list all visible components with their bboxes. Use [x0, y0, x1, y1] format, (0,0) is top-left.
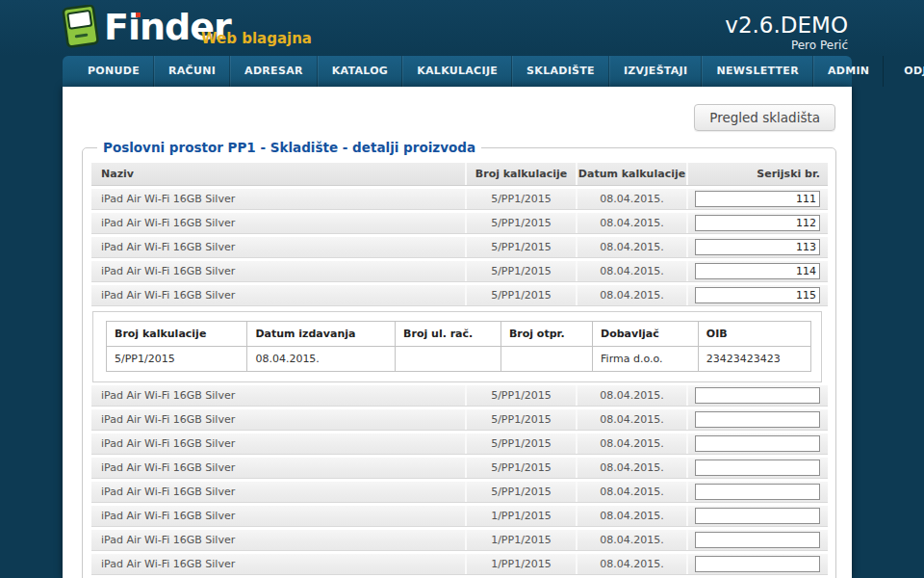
detail-value-cell [500, 347, 592, 372]
calculation-number: 5/PP1/2015 [465, 261, 576, 281]
calculation-number: 1/PP1/2015 [465, 530, 576, 550]
product-name: iPad Air Wi-Fi 16GB Silver [91, 482, 465, 502]
serial-cell [686, 506, 828, 526]
product-row[interactable]: iPad Air Wi-Fi 16GB Silver1/PP1/201508.0… [91, 506, 828, 527]
nav-item-adresar[interactable]: ADRESAR [230, 56, 318, 87]
page-content: Pregled skladišta Poslovni prostor PP1 -… [63, 87, 852, 578]
serial-cell [686, 554, 828, 574]
calculation-date: 08.04.2015. [576, 285, 686, 305]
nav-item-katalog[interactable]: KATALOG [318, 56, 402, 87]
serial-number-input[interactable] [695, 239, 820, 255]
column-header-naziv: Naziv [91, 163, 465, 185]
calculation-date: 08.04.2015. [576, 530, 686, 550]
product-row[interactable]: iPad Air Wi-Fi 16GB Silver1/PP1/201508.0… [91, 530, 828, 551]
nav-item-newsletter[interactable]: NEWSLETTER [702, 56, 813, 87]
warehouse-overview-button[interactable]: Pregled skladišta [694, 104, 835, 131]
logged-in-user: Pero Perić [791, 39, 848, 52]
app-header: Finder Web blagajna v2.6.DEMO Pero Perić [0, 0, 924, 56]
calculation-number: 1/PP1/2015 [465, 554, 576, 574]
serial-number-input[interactable] [695, 484, 820, 500]
calculation-number: 5/PP1/2015 [465, 385, 576, 406]
serial-number-input[interactable] [695, 287, 820, 303]
product-row[interactable]: iPad Air Wi-Fi 16GB Silver5/PP1/201508.0… [91, 237, 828, 258]
calculation-date: 08.04.2015. [576, 458, 686, 478]
serial-cell [686, 385, 828, 406]
serial-number-input[interactable] [695, 460, 820, 476]
main-nav: PONUDERAČUNIADRESARKATALOGKALKULACIJESKL… [63, 56, 852, 87]
detail-header-cell: Dobavljač [593, 322, 699, 347]
finder-logo-icon [62, 5, 102, 51]
calculation-number: 5/PP1/2015 [465, 409, 576, 430]
calculation-number: 5/PP1/2015 [465, 189, 576, 209]
product-name: iPad Air Wi-Fi 16GB Silver [91, 385, 465, 406]
nav-item-odjava[interactable]: ODJAVA [884, 56, 924, 87]
calculation-date: 08.04.2015. [576, 189, 686, 209]
serial-number-input[interactable] [695, 387, 820, 404]
calculation-date: 08.04.2015. [576, 261, 686, 281]
column-header-serijski-br: Serijski br. [686, 163, 828, 185]
calculation-detail-table: Broj kalkulacijeDatum izdavanjaBroj ul. … [106, 321, 811, 372]
calculation-date: 08.04.2015. [576, 409, 686, 430]
calculation-number: 5/PP1/2015 [465, 213, 576, 233]
product-name: iPad Air Wi-Fi 16GB Silver [91, 434, 465, 454]
nav-item-izvjetaji[interactable]: IZVJEŠTAJI [609, 56, 702, 87]
calculation-number: 5/PP1/2015 [465, 237, 576, 257]
detail-value-cell: Firma d.o.o. [593, 347, 699, 372]
serial-number-input[interactable] [695, 435, 820, 452]
product-name: iPad Air Wi-Fi 16GB Silver [91, 285, 465, 305]
detail-value-cell [396, 347, 501, 372]
product-row[interactable]: iPad Air Wi-Fi 16GB Silver5/PP1/201508.0… [91, 285, 828, 306]
product-row[interactable]: iPad Air Wi-Fi 16GB Silver5/PP1/201508.0… [91, 213, 828, 234]
product-name: iPad Air Wi-Fi 16GB Silver [91, 237, 465, 257]
column-header-datum-kalkulacije: Datum kalkulacije [576, 163, 686, 185]
detail-header-cell: Datum izdavanja [247, 322, 396, 347]
product-details-section: Poslovni prostor PP1 - Skladište - detal… [82, 140, 836, 578]
serial-cell [686, 261, 828, 281]
nav-item-admin[interactable]: ADMIN [813, 56, 884, 87]
nav-item-rauni[interactable]: RAČUNI [154, 56, 230, 87]
serial-number-input[interactable] [695, 556, 820, 572]
serial-cell [686, 237, 828, 257]
serial-number-input[interactable] [695, 508, 820, 524]
calculation-date: 08.04.2015. [576, 506, 686, 526]
serial-cell [686, 482, 828, 502]
product-row[interactable]: iPad Air Wi-Fi 16GB Silver5/PP1/201508.0… [91, 458, 828, 479]
nav-item-skladite[interactable]: SKLADIŠTE [512, 56, 609, 87]
serial-cell [686, 213, 828, 233]
product-rows-before-detail: iPad Air Wi-Fi 16GB Silver5/PP1/201508.0… [91, 189, 828, 306]
serial-number-input[interactable] [695, 532, 820, 548]
product-name: iPad Air Wi-Fi 16GB Silver [91, 261, 465, 281]
calculation-detail-panel: Broj kalkulacijeDatum izdavanjaBroj ul. … [92, 311, 822, 382]
calculation-number: 5/PP1/2015 [465, 482, 576, 502]
product-row[interactable]: iPad Air Wi-Fi 16GB Silver5/PP1/201508.0… [91, 434, 828, 455]
calculation-number: 5/PP1/2015 [465, 285, 576, 305]
product-row[interactable]: iPad Air Wi-Fi 16GB Silver5/PP1/201508.0… [91, 409, 828, 431]
product-row[interactable]: iPad Air Wi-Fi 16GB Silver5/PP1/201508.0… [91, 482, 828, 503]
nav-item-kalkulacije[interactable]: KALKULACIJE [402, 56, 512, 87]
serial-number-input[interactable] [695, 215, 820, 231]
serial-number-input[interactable] [695, 191, 820, 207]
product-row[interactable]: iPad Air Wi-Fi 16GB Silver5/PP1/201508.0… [91, 261, 828, 282]
calculation-date: 08.04.2015. [576, 554, 686, 574]
product-row[interactable]: iPad Air Wi-Fi 16GB Silver5/PP1/201508.0… [91, 189, 828, 210]
calculation-date: 08.04.2015. [576, 482, 686, 502]
product-row[interactable]: iPad Air Wi-Fi 16GB Silver1/PP1/201508.0… [91, 554, 828, 575]
app-tagline: Web blagajna [201, 30, 312, 47]
product-row[interactable]: iPad Air Wi-Fi 16GB Silver5/PP1/201508.0… [91, 385, 828, 407]
product-name: iPad Air Wi-Fi 16GB Silver [91, 554, 465, 574]
serial-number-input[interactable] [695, 263, 820, 279]
calculation-date: 08.04.2015. [576, 213, 686, 233]
nav-item-ponude[interactable]: PONUDE [74, 56, 154, 87]
serial-cell [686, 458, 828, 478]
serial-cell [686, 530, 828, 550]
product-rows-after-detail: iPad Air Wi-Fi 16GB Silver5/PP1/201508.0… [91, 385, 828, 575]
product-name: iPad Air Wi-Fi 16GB Silver [91, 409, 465, 430]
calculation-date: 08.04.2015. [576, 385, 686, 406]
product-name: iPad Air Wi-Fi 16GB Silver [91, 189, 465, 209]
serial-number-input[interactable] [695, 411, 820, 428]
product-name: iPad Air Wi-Fi 16GB Silver [91, 506, 465, 526]
serial-cell [686, 434, 828, 454]
serial-cell [686, 189, 828, 209]
detail-header-cell: OIB [698, 322, 810, 347]
logo-i-dot [136, 13, 141, 17]
